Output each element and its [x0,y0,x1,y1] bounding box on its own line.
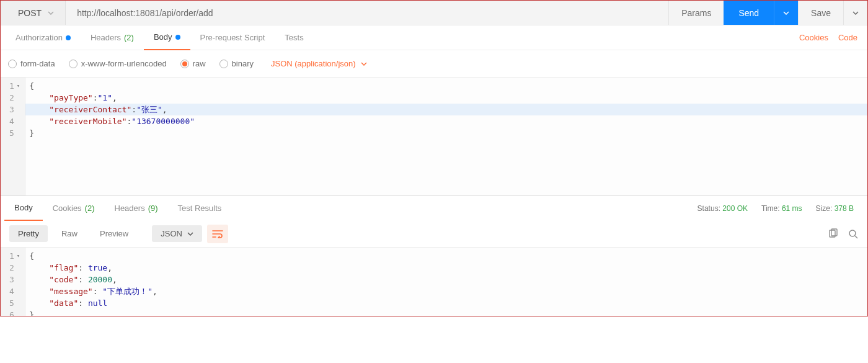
response-tab-body[interactable]: Body [4,196,43,221]
radio-icon [69,60,78,68]
copy-icon[interactable] [828,228,839,240]
editor-gutter: 1▾ 2▾ 3▾ 4▾ 5▾ [1,78,25,195]
wrap-lines-button[interactable] [207,225,228,243]
tab-headers[interactable]: Headers (2) [81,25,144,50]
chevron-down-icon [48,11,54,15]
response-header: Body Cookies(2) Headers(9) Test Results … [1,195,867,220]
response-format-select[interactable]: JSON [152,225,202,242]
fold-icon: ▾ [17,250,20,262]
save-options-button[interactable] [843,1,867,25]
response-tab-cookies[interactable]: Cookies(2) [43,196,105,221]
response-tab-test-results[interactable]: Test Results [168,196,232,221]
send-button[interactable]: Send [724,1,774,25]
view-preview[interactable]: Preview [91,225,137,242]
chevron-down-icon [187,232,193,236]
radio-icon [8,60,17,68]
cookies-link[interactable]: Cookies [794,33,833,42]
tab-authorization[interactable]: Authorization [6,25,81,50]
indicator-dot-icon [175,35,180,40]
search-icon[interactable] [848,228,859,240]
radio-urlencoded[interactable]: x-www-form-urlencoded [69,59,167,68]
radio-binary[interactable]: binary [219,59,254,68]
fold-icon: ▾ [17,80,20,92]
tab-prerequest[interactable]: Pre-request Script [190,25,275,50]
save-button[interactable]: Save [798,1,843,25]
request-tabs: Authorization Headers (2) Body Pre-reque… [1,25,867,50]
response-tab-headers[interactable]: Headers(9) [105,196,168,221]
view-pretty[interactable]: Pretty [9,225,48,242]
content-type-select[interactable]: JSON (application/json) [271,59,367,68]
tab-body[interactable]: Body [144,25,190,50]
chevron-down-icon [852,11,859,15]
indicator-dot-icon [66,35,71,40]
radio-raw[interactable]: raw [180,59,206,68]
request-bar: POST http://localhost:18081/api/order/ad… [1,1,867,25]
svg-point-2 [849,230,856,236]
url-input[interactable]: http://localhost:18081/api/order/add [65,1,668,25]
radio-checked-icon [180,60,189,68]
tab-tests[interactable]: Tests [275,25,313,50]
params-button[interactable]: Params [668,1,724,25]
request-actions: Params Send Save [668,1,867,25]
code-link[interactable]: Code [833,33,862,42]
editor-code: { "flag": true, "code": 20000, "message"… [25,248,867,316]
body-type-row: form-data x-www-form-urlencoded raw bina… [1,50,867,78]
chevron-down-icon [783,11,789,15]
editor-gutter: 1▾ 2▾ 3▾ 4▾ 5▾ 6▾ [1,248,25,316]
response-toolbar: Pretty Raw Preview JSON [1,220,867,248]
chevron-down-icon [361,62,367,66]
radio-form-data[interactable]: form-data [8,59,55,68]
response-status: Status: 200 OK Time: 61 ms Size: 378 B [698,204,865,213]
http-method-select[interactable]: POST [1,1,65,25]
request-body-editor[interactable]: 1▾ 2▾ 3▾ 4▾ 5▾ { "payType":"1", "receive… [1,78,867,195]
url-value: http://localhost:18081/api/order/add [77,8,213,18]
send-options-button[interactable] [774,1,798,25]
response-body-editor[interactable]: 1▾ 2▾ 3▾ 4▾ 5▾ 6▾ { "flag": true, "code"… [1,248,867,316]
editor-code: { "payType":"1", "receiverContact":"张三",… [25,78,867,195]
http-method-label: POST [18,8,42,18]
radio-icon [219,60,228,68]
view-raw[interactable]: Raw [53,225,86,242]
